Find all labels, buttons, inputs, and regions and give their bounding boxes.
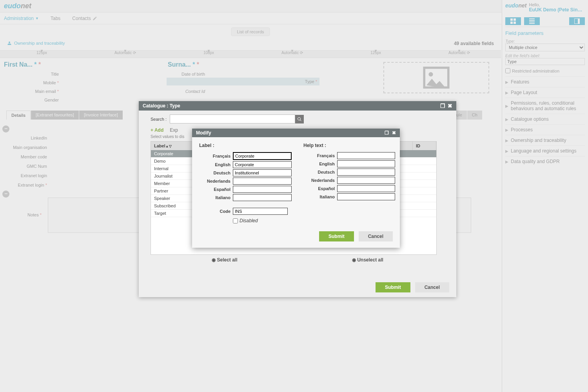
unselect-all[interactable]: ◉ Unselect all xyxy=(352,257,383,263)
label-heading: Label : xyxy=(199,143,292,148)
help-en[interactable] xyxy=(337,160,395,167)
modify-title: Modify ❐ ✖ xyxy=(192,129,400,137)
modify-modal: Modify ❐ ✖ Label : Français English Deut… xyxy=(192,129,400,248)
catalogue-search: Search : xyxy=(151,114,445,123)
label-es[interactable] xyxy=(233,186,292,193)
label-de[interactable] xyxy=(233,169,292,176)
search-button[interactable] xyxy=(295,115,304,123)
window-restore-icon[interactable]: ❐ xyxy=(440,103,445,109)
label-it[interactable] xyxy=(233,194,292,201)
add-button[interactable]: + Add xyxy=(151,127,163,133)
catalogue-title: Catalogue : Type ❐ ✖ xyxy=(139,101,456,111)
select-all[interactable]: ◉ Select all xyxy=(212,257,237,263)
help-fr[interactable] xyxy=(337,152,395,159)
search-input[interactable] xyxy=(170,114,295,123)
close-icon[interactable]: ✖ xyxy=(448,103,452,109)
help-heading: Help text : xyxy=(303,143,395,148)
window-restore-icon[interactable]: ❐ xyxy=(385,130,389,136)
label-column: Label : Français English Deutsch Nederla… xyxy=(199,143,292,202)
disabled-checkbox[interactable] xyxy=(233,218,238,223)
help-nl[interactable] xyxy=(337,177,395,184)
help-it[interactable] xyxy=(337,193,395,200)
catalogue-submit[interactable]: Submit xyxy=(376,282,410,292)
label-en[interactable] xyxy=(233,161,292,168)
th-id[interactable]: ID xyxy=(413,142,436,150)
help-de[interactable] xyxy=(337,169,395,176)
help-column: Help text : Français English Deutsch Ned… xyxy=(303,143,395,202)
modify-cancel[interactable]: Cancel xyxy=(359,231,393,241)
label-fr[interactable] xyxy=(233,152,292,160)
disabled-check[interactable]: Disabled xyxy=(233,218,393,223)
search-label: Search : xyxy=(151,117,167,122)
code-field: Code xyxy=(199,208,393,215)
label-nl[interactable] xyxy=(233,178,292,185)
export-button[interactable]: Exp xyxy=(170,127,178,133)
close-icon[interactable]: ✖ xyxy=(392,130,396,136)
catalogue-cancel[interactable]: Cancel xyxy=(415,282,449,292)
modify-submit[interactable]: Submit xyxy=(319,231,354,241)
search-icon xyxy=(297,117,302,122)
help-es[interactable] xyxy=(337,185,395,192)
code-input[interactable] xyxy=(233,208,288,215)
